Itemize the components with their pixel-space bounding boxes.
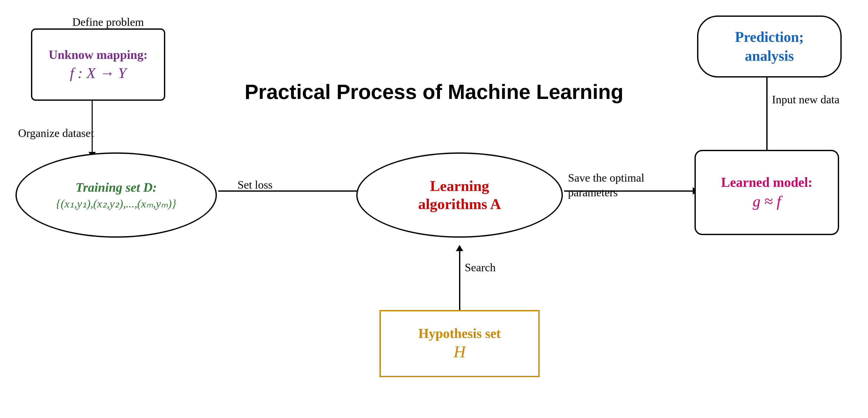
- label-input-new-data: Input new data: [772, 93, 839, 106]
- unknown-mapping-formula: f : X → Y: [70, 64, 126, 82]
- unknown-mapping-box: Unknow mapping: f : X → Y: [31, 28, 165, 101]
- unknown-mapping-title: Unknow mapping:: [49, 48, 148, 62]
- diagram-container: Practical Process of Machine Learning De…: [0, 0, 868, 418]
- hypothesis-set-box: Hypothesis set H: [379, 310, 539, 377]
- learning-algorithms-ellipse: Learning algorithms A: [356, 152, 563, 238]
- main-title: Practical Process of Machine Learning: [245, 80, 623, 104]
- learned-model-title: Learned model:: [721, 175, 812, 190]
- learned-model-formula: g ≈ f: [753, 192, 781, 210]
- label-organize-dataset: Organize dataset: [18, 127, 94, 140]
- arrow-learning-to-model: [564, 190, 693, 192]
- arrow-training-to-learning: [218, 190, 363, 192]
- label-set-loss: Set loss: [238, 178, 273, 191]
- training-set-ellipse: Training set D: {(x₁,y₁),(x₂,y₂),...,(xₘ…: [16, 152, 217, 238]
- hypothesis-set-formula: H: [454, 342, 465, 361]
- learned-model-box: Learned model: g ≈ f: [694, 150, 839, 235]
- training-set-title: Training set D:: [75, 180, 157, 195]
- prediction-box: Prediction; analysis: [697, 16, 842, 78]
- label-save-params: Save the optimal parameters: [568, 171, 656, 200]
- arrow-hypothesis-to-learning: [459, 250, 460, 310]
- training-set-formula: {(x₁,y₁),(x₂,y₂),...,(xₘ,yₘ)}: [56, 197, 176, 210]
- label-define-problem: Define problem: [72, 16, 144, 29]
- prediction-title: Prediction; analysis: [735, 28, 804, 65]
- hypothesis-set-title: Hypothesis set: [418, 326, 501, 341]
- label-search: Search: [465, 261, 496, 274]
- learning-algorithms-title: Learning algorithms A: [418, 177, 501, 213]
